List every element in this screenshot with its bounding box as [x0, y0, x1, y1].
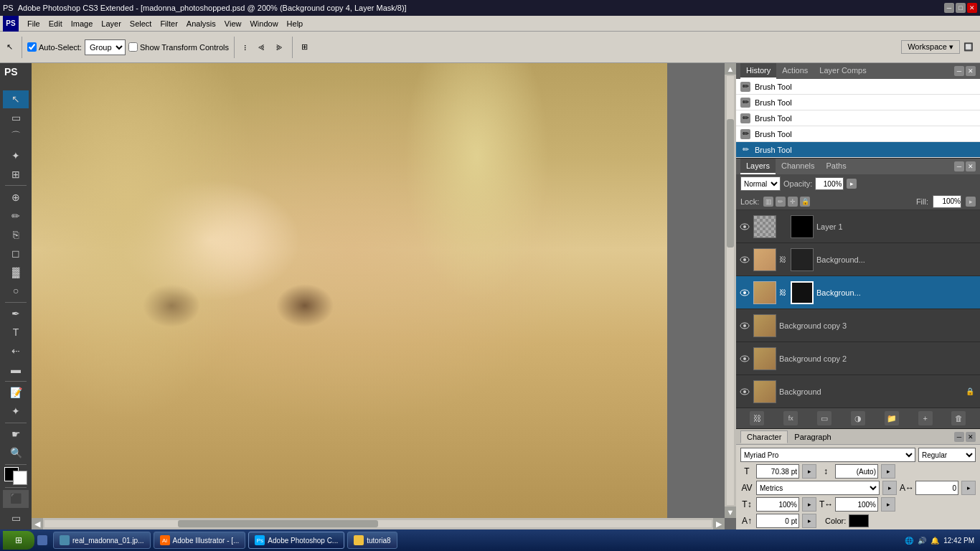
- font-family-select[interactable]: Myriad Pro: [740, 448, 915, 462]
- align-left-btn[interactable]: ⫶: [240, 41, 251, 54]
- layer-delete-btn[interactable]: 🗑: [951, 411, 966, 425]
- auto-select-checkbox[interactable]: [27, 42, 37, 52]
- fill-arrow-btn[interactable]: ▸: [966, 197, 976, 207]
- healing-tool[interactable]: ⊕: [3, 188, 29, 206]
- layer-item-layer1[interactable]: Layer 1: [736, 210, 980, 243]
- taskbar-btn-file[interactable]: real_madonna_01.jp...: [53, 532, 151, 549]
- menu-image[interactable]: Image: [67, 18, 98, 29]
- menu-edit[interactable]: Edit: [44, 18, 67, 29]
- menu-file[interactable]: File: [23, 18, 44, 29]
- pen-tool[interactable]: ✒: [3, 304, 29, 322]
- lock-transparent-btn[interactable]: ▥: [763, 197, 773, 207]
- magic-wand-tool[interactable]: ✦: [3, 146, 29, 164]
- layer-visibility-background[interactable]: [739, 386, 750, 397]
- scale-v-arrow-btn[interactable]: ▸: [802, 497, 816, 512]
- scale-h-arrow-btn[interactable]: ▸: [881, 497, 895, 512]
- history-item[interactable]: ✏ Brush Tool: [736, 126, 980, 142]
- layer-visibility-bg-copy2[interactable]: [739, 353, 750, 364]
- eraser-tool[interactable]: ◻: [3, 244, 29, 262]
- font-size-input[interactable]: [756, 464, 799, 479]
- history-minimize-btn[interactable]: ─: [954, 66, 964, 76]
- zoom-tool[interactable]: 🔍: [3, 444, 29, 462]
- type-tool[interactable]: T: [3, 324, 29, 342]
- lock-image-btn[interactable]: ✏: [776, 197, 786, 207]
- hand-tool[interactable]: ☛: [3, 425, 29, 443]
- taskbar-btn-photoshop[interactable]: Ps Adobe Photoshop C...: [248, 532, 344, 549]
- ie-icon[interactable]: [37, 535, 47, 545]
- layer-mask-btn[interactable]: ▭: [817, 411, 831, 425]
- menu-filter[interactable]: Filter: [156, 18, 182, 29]
- scale-v-input[interactable]: [756, 497, 799, 512]
- horizontal-scrollbar[interactable]: ◀ ▶: [32, 518, 725, 529]
- distribute-btn[interactable]: ⊞: [298, 40, 311, 54]
- scale-h-input[interactable]: [835, 497, 878, 512]
- align-center-btn[interactable]: ⫷: [254, 41, 269, 54]
- eyedropper-tool[interactable]: ✦: [3, 402, 29, 420]
- start-button[interactable]: ⊞: [3, 531, 34, 550]
- tab-actions[interactable]: Actions: [776, 63, 814, 79]
- taskbar-btn-illustrator[interactable]: Ai Adobe Illustrator - [...: [154, 532, 246, 549]
- layers-close-btn[interactable]: ✕: [966, 161, 976, 171]
- maximize-button[interactable]: □: [956, 3, 966, 13]
- clone-tool[interactable]: ⎘: [3, 225, 29, 243]
- char-close-btn[interactable]: ✕: [966, 432, 976, 442]
- auto-select-check[interactable]: Auto-Select:: [27, 42, 82, 52]
- vertical-scrollbar[interactable]: ▲ ▼: [725, 63, 736, 518]
- marquee-tool[interactable]: ▭: [3, 109, 29, 127]
- layer-visibility-bg-copy4[interactable]: [739, 287, 750, 298]
- layer-item-bg-copy4[interactable]: ⛓ Backgroun...: [736, 276, 980, 309]
- close-button[interactable]: ✕: [967, 3, 977, 13]
- auto-select-dropdown[interactable]: Group Layer: [85, 39, 126, 55]
- fill-input[interactable]: [933, 195, 961, 208]
- lock-all-btn[interactable]: 🔒: [800, 197, 810, 207]
- lasso-tool[interactable]: ⌒: [3, 128, 29, 146]
- layer-link-btn[interactable]: ⛓: [750, 411, 764, 425]
- tab-character[interactable]: Character: [740, 430, 788, 443]
- show-transform-checkbox[interactable]: [128, 42, 138, 52]
- tab-channels[interactable]: Channels: [776, 159, 820, 174]
- history-item[interactable]: ✏ Brush Tool: [736, 110, 980, 126]
- opacity-input[interactable]: [815, 177, 844, 190]
- tracking-input[interactable]: [915, 481, 958, 495]
- tab-history[interactable]: History: [740, 63, 776, 79]
- lock-position-btn[interactable]: ✛: [788, 197, 798, 207]
- history-close-btn[interactable]: ✕: [966, 66, 976, 76]
- menu-help[interactable]: Help: [283, 18, 308, 29]
- layer-item-background[interactable]: Background 🔒: [736, 375, 980, 408]
- menu-select[interactable]: Select: [126, 18, 156, 29]
- history-item[interactable]: ✏ Brush Tool: [736, 79, 980, 95]
- layer-adjustment-btn[interactable]: ◑: [851, 411, 865, 425]
- menu-analysis[interactable]: Analysis: [182, 18, 220, 29]
- gradient-tool[interactable]: ▓: [3, 263, 29, 281]
- blend-mode-select[interactable]: Normal Multiply Screen: [740, 176, 781, 191]
- color-swatch[interactable]: [849, 514, 869, 527]
- move-tool[interactable]: ↖: [3, 90, 29, 108]
- tab-paths[interactable]: Paths: [821, 159, 852, 174]
- font-size-arrow-btn[interactable]: ▸: [802, 464, 816, 479]
- workspace-btn[interactable]: Workspace ▾: [901, 40, 960, 54]
- taskbar-btn-tutorial[interactable]: tutoria8: [347, 532, 397, 549]
- layer-item-bg-copy2[interactable]: Background copy 2: [736, 342, 980, 375]
- menu-window[interactable]: Window: [245, 18, 282, 29]
- layer-visibility-bg-group[interactable]: [739, 254, 750, 265]
- move-tool-btn[interactable]: ↖: [3, 40, 17, 54]
- notes-tool[interactable]: 📝: [3, 384, 29, 402]
- layer-visibility-bg-copy3[interactable]: [739, 320, 750, 331]
- baseline-arrow-btn[interactable]: ▸: [802, 514, 816, 528]
- background-color[interactable]: [13, 471, 27, 485]
- opacity-arrow-btn[interactable]: ▸: [847, 179, 857, 189]
- kerning-arrow-btn[interactable]: ▸: [882, 481, 897, 495]
- crop-tool[interactable]: ⊞: [3, 165, 29, 183]
- menu-view[interactable]: View: [220, 18, 246, 29]
- menu-layer[interactable]: Layer: [97, 18, 126, 29]
- tracking-arrow-btn[interactable]: ▸: [961, 481, 976, 495]
- history-item-active[interactable]: ✏ Brush Tool: [736, 142, 980, 158]
- leading-input[interactable]: [835, 464, 878, 479]
- layer-visibility-layer1[interactable]: [739, 221, 750, 232]
- layer-item-bg-copy3[interactable]: Background copy 3: [736, 309, 980, 342]
- font-style-select[interactable]: Regular: [918, 448, 976, 462]
- align-right-btn[interactable]: ⫸: [272, 41, 287, 54]
- quick-mask-btn[interactable]: ⬛: [3, 490, 29, 508]
- layer-group-btn[interactable]: 📁: [885, 411, 899, 425]
- char-minimize-btn[interactable]: ─: [954, 432, 964, 442]
